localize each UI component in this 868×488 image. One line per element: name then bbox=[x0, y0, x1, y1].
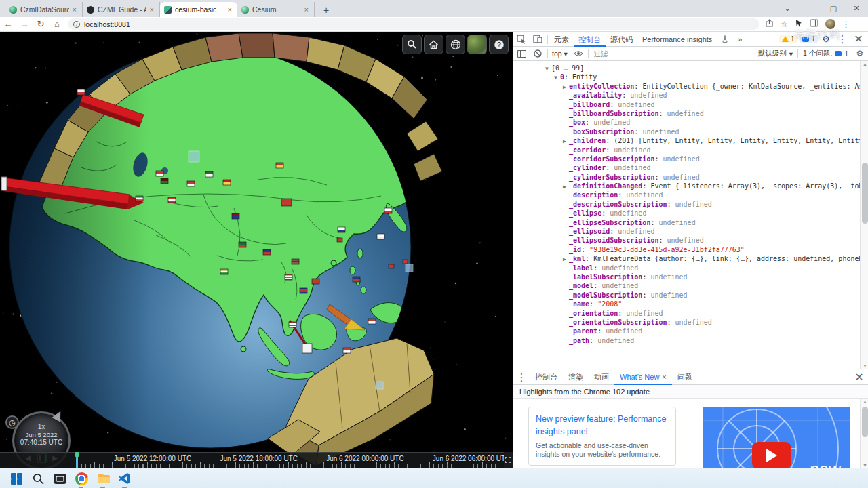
expand-arrow-icon[interactable] bbox=[560, 201, 569, 209]
flag-billboard[interactable] bbox=[389, 264, 394, 268]
console-filter-input[interactable] bbox=[594, 49, 755, 58]
chrome-icon[interactable] bbox=[73, 470, 90, 487]
flag-billboard[interactable] bbox=[285, 274, 292, 280]
issues-badge[interactable]: 1 bbox=[800, 35, 818, 43]
expand-arrow-icon[interactable] bbox=[560, 291, 569, 300]
flag-billboard[interactable] bbox=[232, 214, 239, 219]
forward-button[interactable]: → bbox=[16, 19, 33, 29]
flag-billboard[interactable] bbox=[292, 259, 299, 264]
console-row[interactable]: ▶_children: (201) [Entity, Entity, Entit… bbox=[513, 136, 860, 145]
expand-arrow-icon[interactable] bbox=[560, 155, 569, 163]
expand-arrow-icon[interactable] bbox=[560, 300, 569, 308]
browser-tab[interactable]: cesium-basic× bbox=[160, 2, 237, 17]
maximize-button[interactable]: ▢ bbox=[822, 0, 845, 17]
timeline-scrubber[interactable] bbox=[76, 452, 78, 468]
flag-billboard[interactable] bbox=[337, 238, 342, 242]
expand-arrow-icon[interactable] bbox=[560, 209, 569, 218]
console-sidebar-icon[interactable] bbox=[513, 50, 530, 58]
device-toolbar-icon[interactable] bbox=[530, 35, 546, 43]
flag-billboard[interactable] bbox=[156, 171, 163, 176]
expand-arrow-icon[interactable]: ▼ bbox=[542, 64, 551, 73]
flag-billboard[interactable] bbox=[136, 196, 143, 201]
bookmark-star-icon[interactable]: ☆ bbox=[781, 20, 788, 29]
cesium-viewer[interactable]: ? 1x Jun 5 2022 07:40:15 UTC ◀ ❙❙ ▶ ◷ Ju… bbox=[0, 32, 513, 468]
flag-billboard[interactable] bbox=[281, 199, 292, 206]
expand-arrow-icon[interactable] bbox=[560, 273, 569, 281]
flag-billboard[interactable] bbox=[377, 234, 384, 239]
flag-billboard[interactable] bbox=[343, 348, 351, 353]
flag-billboard[interactable] bbox=[368, 319, 376, 324]
live-expression-eye-icon[interactable] bbox=[570, 50, 587, 57]
issues-counter[interactable]: 1 个问题:1 bbox=[803, 49, 848, 58]
browser-tab[interactable]: CZML Guide - AnalyticalGraph× bbox=[83, 2, 160, 17]
flag-billboard[interactable] bbox=[289, 322, 296, 327]
devtools-tab-源代码[interactable]: 源代码 bbox=[606, 32, 637, 47]
expand-arrow-icon[interactable]: ▶ bbox=[560, 137, 569, 145]
flag-billboard[interactable] bbox=[161, 178, 168, 184]
expand-arrow-icon[interactable] bbox=[560, 282, 569, 290]
close-button[interactable]: ✕ bbox=[845, 0, 868, 17]
expand-arrow-icon[interactable] bbox=[560, 228, 569, 236]
drawer-close-icon[interactable]: ✕ bbox=[851, 371, 867, 384]
drawer-tab-动画[interactable]: 动画 bbox=[589, 369, 614, 385]
flag-billboard[interactable] bbox=[276, 163, 283, 168]
expand-arrow-icon[interactable]: ▶ bbox=[560, 182, 569, 190]
address-bar[interactable]: i localhost:8081 bbox=[68, 18, 760, 30]
menu-kebab-icon[interactable]: ⋮ bbox=[842, 20, 850, 29]
drawer-tab-渲染[interactable]: 渲染 bbox=[563, 369, 589, 385]
drawer-scrollbar[interactable]: ▲ ▼ bbox=[860, 399, 868, 468]
console-row[interactable]: ▶_definitionChanged: Event {_listeners: … bbox=[513, 182, 860, 190]
clear-console-icon[interactable] bbox=[530, 49, 546, 58]
flag-billboard[interactable] bbox=[384, 208, 392, 214]
flag-billboard[interactable] bbox=[302, 344, 312, 353]
execution-context-selector[interactable]: top ▾ bbox=[552, 49, 568, 58]
console-row[interactable]: ▶_kml: KmlFeatureData {author: {…}, link… bbox=[513, 254, 860, 263]
console-row[interactable]: ▶entityCollection: EntityCollection {_ow… bbox=[513, 82, 860, 91]
expand-arrow-icon[interactable] bbox=[560, 310, 569, 318]
devtools-tab-Performance insights[interactable]: Performance insights bbox=[637, 32, 717, 47]
globe-3d-scene[interactable] bbox=[0, 32, 513, 468]
expand-arrow-icon[interactable] bbox=[560, 237, 569, 245]
expand-arrow-icon[interactable] bbox=[560, 191, 569, 199]
flag-billboard[interactable] bbox=[353, 277, 360, 282]
expand-arrow-icon[interactable] bbox=[560, 110, 569, 118]
expand-arrow-icon[interactable] bbox=[560, 101, 569, 109]
flag-billboard[interactable] bbox=[77, 89, 85, 95]
shuttle-ring-pointer[interactable] bbox=[52, 409, 65, 422]
tab-search-icon[interactable]: ⌄ bbox=[776, 0, 799, 17]
drawer-tab-控制台[interactable]: 控制台 bbox=[530, 369, 563, 385]
fullscreen-button[interactable] bbox=[504, 452, 513, 468]
console-row[interactable]: ▼0: Entity bbox=[513, 73, 860, 81]
more-tabs-chevron[interactable]: » bbox=[733, 32, 747, 47]
side-panel-icon[interactable] bbox=[810, 19, 818, 29]
flag-billboard[interactable] bbox=[205, 171, 213, 177]
taskbar-search-icon[interactable] bbox=[30, 470, 46, 487]
devtools-close-icon[interactable]: ✕ bbox=[850, 33, 867, 45]
youtube-play-icon[interactable] bbox=[752, 442, 791, 468]
flag-billboard[interactable] bbox=[220, 269, 228, 274]
photo-billboard[interactable] bbox=[189, 151, 199, 162]
flag-billboard[interactable] bbox=[403, 260, 408, 264]
base-layer-picker-icon[interactable] bbox=[467, 35, 487, 54]
timeline[interactable]: Jun 5 2022 12:00:00 UTCJun 5 2022 18:00:… bbox=[0, 452, 513, 468]
browser-tab[interactable]: Cesium× bbox=[237, 2, 315, 17]
expand-arrow-icon[interactable] bbox=[560, 337, 569, 345]
search-icon[interactable] bbox=[402, 35, 422, 54]
devtools-tab-元素[interactable]: 元素 bbox=[549, 32, 574, 47]
tab-close-icon[interactable]: × bbox=[71, 5, 78, 14]
photo-billboard[interactable] bbox=[406, 264, 413, 272]
tab-close-icon[interactable]: × bbox=[149, 5, 155, 14]
expand-arrow-icon[interactable] bbox=[560, 174, 569, 182]
expand-arrow-icon[interactable] bbox=[560, 327, 569, 336]
vscode-icon[interactable] bbox=[117, 470, 133, 487]
expand-arrow-icon[interactable] bbox=[560, 119, 569, 127]
photo-billboard[interactable] bbox=[376, 382, 383, 389]
expand-arrow-icon[interactable] bbox=[560, 264, 569, 272]
extension-pointer-icon[interactable] bbox=[795, 19, 803, 29]
console-settings-gear-icon[interactable]: ⚙ bbox=[852, 49, 868, 58]
minimize-button[interactable]: – bbox=[799, 0, 822, 17]
home-icon[interactable] bbox=[424, 35, 443, 54]
flag-billboard[interactable] bbox=[187, 181, 195, 186]
expand-arrow-icon[interactable] bbox=[560, 319, 569, 327]
realtime-clock-button[interactable]: ◷ bbox=[5, 415, 19, 429]
